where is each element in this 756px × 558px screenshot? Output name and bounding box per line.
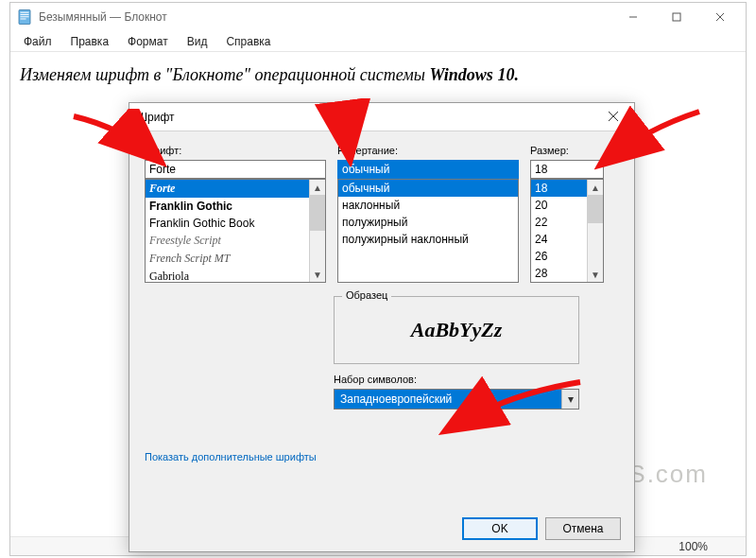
scroll-up-icon[interactable]: ▲ — [310, 180, 325, 195]
list-item[interactable]: Gabriola — [146, 268, 309, 282]
list-item[interactable]: обычный — [338, 180, 518, 197]
more-fonts-link[interactable]: Показать дополнительные шрифты — [145, 451, 317, 462]
list-item[interactable]: Franklin Gothic Book — [146, 215, 309, 232]
list-item[interactable]: 28 — [531, 265, 587, 282]
dialog-body: Шрифт: Forte Franklin Gothic Franklin Go… — [129, 131, 634, 508]
list-item[interactable]: Freestyle Script — [146, 232, 309, 250]
scrollbar[interactable]: ▲ ▼ — [587, 180, 603, 282]
notepad-icon — [16, 9, 33, 26]
list-item[interactable]: 26 — [531, 248, 587, 265]
sample-group: Образец AaBbYyZz — [334, 296, 579, 364]
minimize-icon — [628, 12, 638, 22]
size-input[interactable] — [530, 160, 604, 179]
scroll-down-icon[interactable]: ▼ — [310, 267, 325, 282]
svg-rect-2 — [21, 14, 29, 15]
svg-rect-1 — [21, 12, 29, 13]
menu-view[interactable]: Вид — [180, 33, 215, 50]
dialog-close-button[interactable] — [600, 110, 627, 125]
menubar: Файл Правка Формат Вид Справка — [10, 31, 746, 52]
list-item[interactable]: наклонный — [338, 197, 518, 214]
dialog-buttons: OK Отмена — [129, 508, 634, 551]
sample-label: Образец — [342, 289, 391, 301]
list-item[interactable]: 24 — [531, 231, 587, 248]
minimize-button[interactable] — [611, 3, 655, 31]
font-label: Шрифт: — [145, 145, 326, 156]
list-item[interactable]: 22 — [531, 214, 587, 231]
list-item[interactable]: полужирный наклонный — [338, 231, 518, 248]
list-item[interactable]: полужирный — [338, 214, 518, 231]
dialog-title: Шрифт — [137, 111, 174, 124]
editor-text-bold: Windows 10. — [430, 65, 519, 84]
window-title: Безымянный — Блокнот — [39, 10, 611, 24]
sample-text: AaBbYyZz — [340, 305, 573, 348]
menu-file[interactable]: Файл — [16, 33, 60, 50]
chevron-down-icon: ▾ — [561, 390, 578, 409]
font-dialog: Шрифт Шрифт: Forte Franklin Gothic Frank… — [129, 102, 635, 552]
maximize-button[interactable] — [655, 3, 698, 31]
style-column: Начертание: обычный наклонный полужирный… — [337, 145, 519, 283]
window-controls — [611, 3, 742, 31]
list-item[interactable]: 18 — [531, 180, 587, 197]
svg-rect-6 — [673, 13, 680, 21]
svg-rect-4 — [21, 19, 26, 20]
dialog-titlebar: Шрифт — [129, 103, 634, 131]
list-item[interactable]: 20 — [531, 197, 587, 214]
size-label: Размер: — [530, 145, 604, 156]
font-listbox[interactable]: Forte Franklin Gothic Franklin Gothic Bo… — [145, 179, 326, 283]
close-button[interactable] — [698, 3, 742, 31]
ok-button[interactable]: OK — [462, 517, 538, 540]
list-item[interactable]: Forte — [146, 180, 309, 198]
cancel-button[interactable]: Отмена — [545, 517, 621, 540]
size-listbox[interactable]: 18 20 22 24 26 28 36 ▲ ▼ — [530, 179, 604, 283]
close-icon — [608, 111, 619, 122]
charset-value: Западноевропейский — [335, 390, 561, 409]
menu-edit[interactable]: Правка — [63, 33, 117, 50]
list-item[interactable]: Franklin Gothic — [146, 198, 309, 215]
svg-rect-3 — [21, 16, 29, 17]
style-label: Начертание: — [337, 145, 519, 156]
zoom-indicator: 100% — [679, 540, 708, 553]
scroll-up-icon[interactable]: ▲ — [588, 180, 603, 195]
list-item[interactable]: French Script MT — [146, 250, 309, 268]
charset-combo[interactable]: Западноевропейский ▾ — [334, 389, 579, 410]
close-icon — [715, 12, 725, 22]
titlebar: Безымянный — Блокнот — [10, 3, 746, 31]
menu-format[interactable]: Формат — [120, 33, 176, 50]
style-listbox[interactable]: обычный наклонный полужирный полужирный … — [337, 179, 519, 283]
scroll-down-icon[interactable]: ▼ — [588, 267, 603, 282]
scrollbar[interactable]: ▲ ▼ — [309, 180, 325, 282]
font-column: Шрифт: Forte Franklin Gothic Franklin Go… — [145, 145, 326, 283]
font-input[interactable] — [145, 160, 326, 179]
charset-label: Набор символов: — [334, 374, 619, 385]
style-input[interactable] — [337, 160, 519, 179]
editor-text: Изменяем шрифт в "Блокноте" операционной… — [20, 65, 430, 84]
maximize-icon — [672, 12, 681, 22]
menu-help[interactable]: Справка — [218, 33, 278, 50]
size-column: Размер: 18 20 22 24 26 28 36 ▲ — [530, 145, 604, 283]
